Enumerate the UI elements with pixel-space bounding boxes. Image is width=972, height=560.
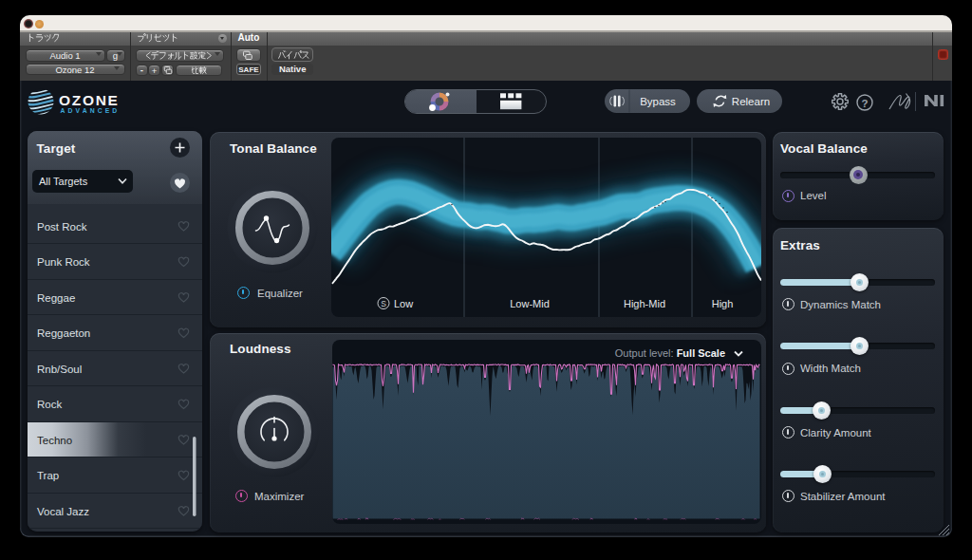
svg-text:Auto: Auto — [238, 32, 260, 43]
svg-text:?: ? — [861, 98, 868, 109]
svg-text:Relearn: Relearn — [732, 96, 770, 107]
svg-text:Low-Mid: Low-Mid — [510, 298, 550, 309]
svg-text:Bypass: Bypass — [640, 96, 676, 107]
svg-text:S: S — [381, 299, 386, 308]
svg-text:High: High — [712, 298, 734, 309]
svg-text:High-Mid: High-Mid — [624, 298, 665, 309]
svg-text:Low: Low — [394, 298, 413, 309]
